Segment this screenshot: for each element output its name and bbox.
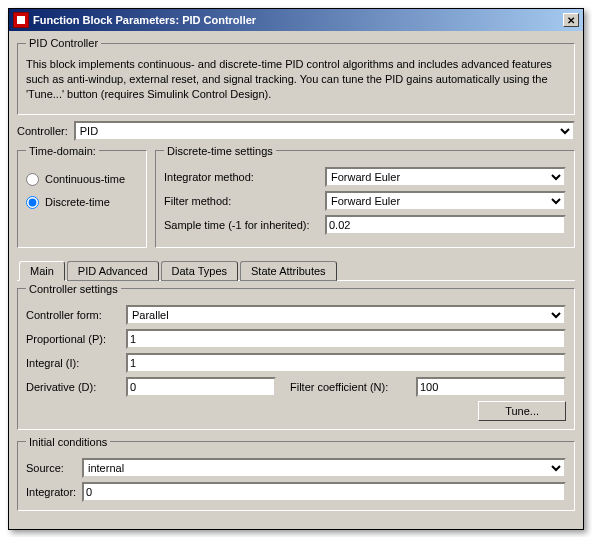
derivative-input[interactable] xyxy=(126,377,276,397)
pid-controller-legend: PID Controller xyxy=(26,37,101,49)
close-button[interactable]: ✕ xyxy=(563,13,579,27)
dialog-window: Function Block Parameters: PID Controlle… xyxy=(8,8,584,530)
discrete-time-label: Discrete-time xyxy=(45,196,110,208)
pid-controller-group: PID Controller This block implements con… xyxy=(17,37,575,115)
sample-time-label: Sample time (-1 for inherited): xyxy=(164,219,319,231)
proportional-input[interactable] xyxy=(126,329,566,349)
tune-button[interactable]: Tune... xyxy=(478,401,566,421)
filter-coefficient-input[interactable] xyxy=(416,377,566,397)
derivative-label: Derivative (D): xyxy=(26,381,120,393)
discrete-settings-legend: Discrete-time settings xyxy=(164,145,276,157)
source-select[interactable]: internal xyxy=(82,458,566,478)
tab-bar: Main PID Advanced Data Types State Attri… xyxy=(19,261,575,281)
torn-edge xyxy=(9,517,583,529)
filter-method-select[interactable]: Forward Euler xyxy=(325,191,566,211)
controller-settings-legend: Controller settings xyxy=(26,283,121,295)
tab-pid-advanced[interactable]: PID Advanced xyxy=(67,261,159,281)
continuous-time-radio[interactable] xyxy=(26,173,39,186)
controller-form-label: Controller form: xyxy=(26,309,120,321)
integrator-init-label: Integrator: xyxy=(26,486,76,498)
initial-conditions-group: Initial conditions Source: internal Inte… xyxy=(17,436,575,511)
initial-conditions-legend: Initial conditions xyxy=(26,436,110,448)
discrete-settings-group: Discrete-time settings Integrator method… xyxy=(155,145,575,248)
integrator-method-select[interactable]: Forward Euler xyxy=(325,167,566,187)
controller-select[interactable]: PID xyxy=(74,121,575,141)
filter-coefficient-label: Filter coefficient (N): xyxy=(290,381,410,393)
discrete-time-radio[interactable] xyxy=(26,196,39,209)
titlebar: Function Block Parameters: PID Controlle… xyxy=(9,9,583,31)
integrator-init-input[interactable] xyxy=(82,482,566,502)
tab-state-attributes[interactable]: State Attributes xyxy=(240,261,337,281)
app-icon xyxy=(13,12,29,28)
integral-input[interactable] xyxy=(126,353,566,373)
window-title: Function Block Parameters: PID Controlle… xyxy=(33,14,256,26)
integral-label: Integral (I): xyxy=(26,357,120,369)
time-domain-legend: Time-domain: xyxy=(26,145,99,157)
time-domain-group: Time-domain: Continuous-time Discrete-ti… xyxy=(17,145,147,248)
tab-data-types[interactable]: Data Types xyxy=(161,261,238,281)
pid-description: This block implements continuous- and di… xyxy=(26,57,566,102)
integrator-method-label: Integrator method: xyxy=(164,171,319,183)
controller-form-select[interactable]: Parallel xyxy=(126,305,566,325)
source-label: Source: xyxy=(26,462,76,474)
continuous-time-label: Continuous-time xyxy=(45,173,125,185)
filter-method-label: Filter method: xyxy=(164,195,319,207)
controller-label: Controller: xyxy=(17,125,68,137)
sample-time-input[interactable] xyxy=(325,215,566,235)
controller-settings-group: Controller settings Controller form: Par… xyxy=(17,283,575,430)
tab-main[interactable]: Main xyxy=(19,261,65,281)
proportional-label: Proportional (P): xyxy=(26,333,120,345)
